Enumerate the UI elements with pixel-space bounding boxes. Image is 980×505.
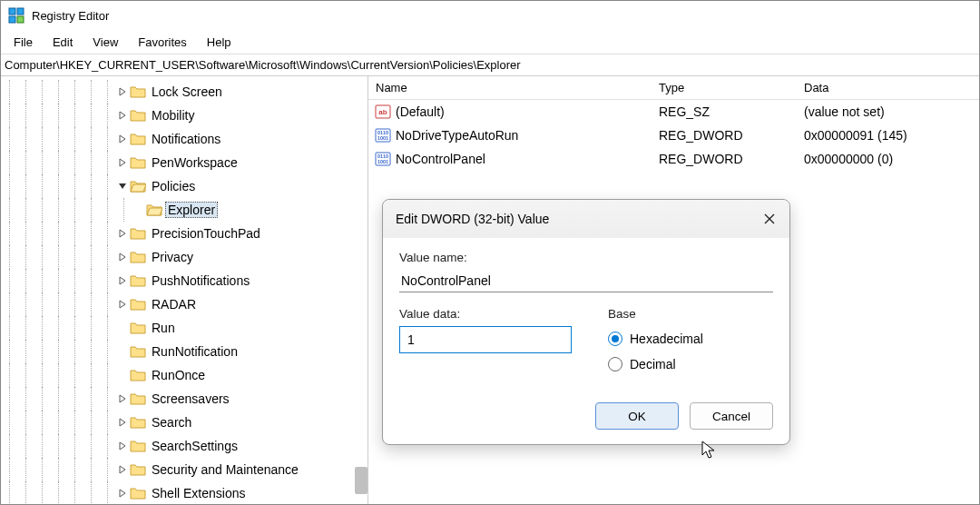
radio-icon <box>608 332 622 346</box>
tree-item-label: Security and Maintenance <box>152 462 299 477</box>
tree-item[interactable]: RunOnce <box>1 363 368 387</box>
radio-decimal[interactable]: Decimal <box>608 352 773 377</box>
folder-icon <box>130 415 146 430</box>
expander-empty <box>115 368 130 382</box>
folder-icon <box>130 155 146 170</box>
column-headers: Name Type Data <box>368 76 979 100</box>
window-title: Registry Editor <box>32 9 109 23</box>
dialog-title: Edit DWORD (32-bit) Value <box>396 212 549 226</box>
menu-help[interactable]: Help <box>198 33 240 52</box>
tree-item-label: PrecisionTouchPad <box>152 226 260 241</box>
chevron-right-icon[interactable] <box>115 415 130 430</box>
tree-item-label: SearchSettings <box>152 439 238 453</box>
reg-dword-icon: 01101001 <box>374 150 392 168</box>
expander-empty <box>115 344 130 359</box>
folder-icon <box>130 321 146 335</box>
chevron-right-icon[interactable] <box>115 486 130 500</box>
value-row[interactable]: 01101001NoDriveTypeAutoRunREG_DWORD0x000… <box>368 124 979 147</box>
tree-item[interactable]: RunNotification <box>1 340 368 363</box>
value-row[interactable]: ab(Default)REG_SZ(value not set) <box>368 100 979 124</box>
menu-edit[interactable]: Edit <box>44 33 82 52</box>
tree-item[interactable]: Search <box>1 411 368 434</box>
tree-item-label: RunNotification <box>152 344 238 359</box>
svg-rect-1 <box>17 8 24 15</box>
tree-item[interactable]: Shell Extensions <box>1 481 368 504</box>
column-name[interactable]: Name <box>368 81 659 94</box>
tree-item[interactable]: PenWorkspace <box>1 151 368 174</box>
address-bar[interactable]: Computer\HKEY_CURRENT_USER\Software\Micr… <box>1 54 979 76</box>
expander-empty <box>115 321 130 335</box>
chevron-down-icon[interactable] <box>115 179 130 193</box>
svg-text:1001: 1001 <box>377 135 388 141</box>
menu-favorites[interactable]: Favorites <box>129 33 195 52</box>
tree-item-label: Shell Extensions <box>152 486 246 500</box>
value-type: REG_SZ <box>659 104 804 119</box>
edit-dword-dialog: Edit DWORD (32-bit) Value Value name: Va… <box>382 199 790 445</box>
value-data: (value not set) <box>804 104 979 119</box>
tree-item[interactable]: RADAR <box>1 292 368 316</box>
radio-icon <box>608 357 622 371</box>
chevron-right-icon[interactable] <box>115 155 130 170</box>
tree-item[interactable]: PushNotifications <box>1 269 368 292</box>
chevron-right-icon[interactable] <box>115 84 130 99</box>
tree-item-label: Run <box>152 321 175 335</box>
chevron-right-icon[interactable] <box>115 297 130 312</box>
close-icon[interactable] <box>762 212 777 226</box>
chevron-right-icon[interactable] <box>115 273 130 288</box>
menu-file[interactable]: File <box>5 33 42 52</box>
expander-empty <box>132 203 146 217</box>
folder-icon <box>130 226 146 241</box>
value-name-label: Value name: <box>399 251 773 264</box>
column-data[interactable]: Data <box>804 81 979 94</box>
tree-item-label: Privacy <box>152 250 193 264</box>
value-data-input[interactable] <box>399 326 572 353</box>
dialog-titlebar[interactable]: Edit DWORD (32-bit) Value <box>383 200 789 238</box>
base-label: Base <box>608 307 773 321</box>
tree-item-label: PenWorkspace <box>152 155 238 170</box>
reg-dword-icon: 01101001 <box>374 126 392 144</box>
menu-view[interactable]: View <box>83 33 127 52</box>
folder-icon <box>130 462 146 477</box>
tree-item[interactable]: PrecisionTouchPad <box>1 222 368 245</box>
chevron-right-icon[interactable] <box>115 226 130 241</box>
tree-item[interactable]: Notifications <box>1 127 368 151</box>
tree-item[interactable]: Mobility <box>1 104 368 127</box>
folder-icon <box>130 273 146 288</box>
tree-item[interactable]: Privacy <box>1 245 368 269</box>
tree-item[interactable]: Screensavers <box>1 387 368 411</box>
svg-rect-3 <box>17 16 24 23</box>
folder-icon <box>130 250 146 264</box>
chevron-right-icon[interactable] <box>115 108 130 123</box>
chevron-right-icon[interactable] <box>115 250 130 264</box>
radio-hexadecimal[interactable]: Hexadecimal <box>608 326 773 352</box>
tree-item[interactable]: Security and Maintenance <box>1 458 368 481</box>
tree-item[interactable]: Policies <box>1 174 368 198</box>
chevron-right-icon[interactable] <box>115 132 130 146</box>
tree-item-label: Explorer <box>165 202 218 218</box>
tree-item[interactable]: Explorer <box>1 198 368 222</box>
chevron-right-icon[interactable] <box>115 462 130 477</box>
ok-button[interactable]: OK <box>595 402 679 430</box>
tree-item[interactable]: SearchSettings <box>1 434 368 458</box>
tree-item[interactable]: Lock Screen <box>1 80 368 104</box>
folder-open-icon <box>130 179 146 193</box>
tree-item-label: RADAR <box>152 297 196 312</box>
folder-icon <box>130 439 146 453</box>
tree-panel[interactable]: Lock ScreenMobilityNotificationsPenWorks… <box>1 76 368 504</box>
regedit-icon <box>8 7 24 24</box>
tree-item-label: Notifications <box>152 132 220 146</box>
tree-item-label: RunOnce <box>152 368 205 382</box>
value-data-label: Value data: <box>399 307 572 321</box>
cancel-button[interactable]: Cancel <box>690 402 773 430</box>
value-name: NoDriveTypeAutoRun <box>396 128 659 143</box>
tree-scrollbar[interactable] <box>355 467 368 494</box>
value-type: REG_DWORD <box>659 152 804 166</box>
folder-icon <box>130 391 146 406</box>
chevron-right-icon[interactable] <box>115 439 130 453</box>
value-row[interactable]: 01101001NoControlPanelREG_DWORD0x0000000… <box>368 147 979 171</box>
column-type[interactable]: Type <box>659 81 804 94</box>
svg-text:1001: 1001 <box>377 159 388 164</box>
folder-icon <box>130 344 146 359</box>
chevron-right-icon[interactable] <box>115 391 130 406</box>
tree-item[interactable]: Run <box>1 316 368 340</box>
